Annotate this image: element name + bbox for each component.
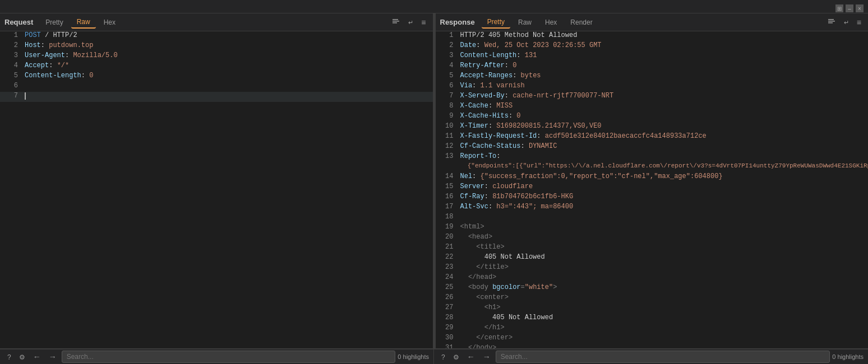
more-button-response[interactable]: ≡ [855,17,864,28]
resp-line-25: 25 <body bgcolor="white"> [436,283,869,293]
request-panel: Request Pretty Raw Hex ↵ ≡ [0,13,433,348]
wrap-icon-response [827,17,836,26]
tab-pretty-request[interactable]: Pretty [40,17,68,28]
resp-line-13b: {"endpoints":[{"url":"https:\/\/a.nel.cl… [436,162,869,172]
more-button-request[interactable]: ≡ [419,17,428,28]
newline-button-response[interactable]: ↵ [842,17,851,27]
resp-line-2: 2 Date: Wed, 25 Oct 2023 02:26:55 GMT [436,41,869,52]
svg-rect-4 [828,21,835,22]
resp-line-30: 30 </center> [436,334,869,344]
more-icon-response: ≡ [857,18,861,27]
resp-line-21: 21 <title> [436,243,869,253]
highlights-badge-left: 0 highlights [398,353,429,360]
wrap-button-request[interactable] [389,16,403,29]
resp-line-11: 11 X-Fastly-Request-Id: acdf501e312e8401… [436,132,869,142]
grid-button[interactable]: ⊞ [835,4,843,12]
settings-button-left[interactable]: ⚙ [16,351,28,362]
help-button-right[interactable]: ? [438,351,448,362]
bottom-bar-left: ? ⚙ ← → 0 highlights [0,349,434,364]
resp-line-4: 4 Retry-After: 0 [436,62,869,72]
settings-icon-left: ⚙ [19,353,25,361]
resp-line-16: 16 Cf-Ray: 81b704762b6c1fb6-HKG [436,193,869,203]
response-toolbar-right: ↵ ≡ [825,16,864,29]
highlights-badge-right: 0 highlights [832,353,864,360]
tab-render-response[interactable]: Render [565,17,598,28]
resp-line-31: 31 </body> [436,344,869,348]
grid-icon: ⊞ [837,6,842,12]
tab-raw-response[interactable]: Raw [513,17,537,28]
settings-icon-right: ⚙ [453,353,459,361]
forward-icon-left: → [49,352,57,361]
close-button[interactable]: × [856,4,864,12]
wrap-button-response[interactable] [825,16,838,29]
minimize-button[interactable]: – [846,4,853,12]
forward-icon-right: → [483,352,491,361]
help-button-left[interactable]: ? [4,351,14,362]
resp-line-13a: 13 Report-To: [436,152,869,162]
request-line-6: 6 [0,82,433,92]
response-panel-header: Response Pretty Raw Hex Render ↵ ≡ [436,13,869,31]
resp-line-9: 9 X-Cache-Hits: 0 [436,112,869,122]
svg-rect-1 [393,21,399,22]
resp-line-12: 12 Cf-Cache-Status: DYNAMIC [436,142,869,152]
response-title: Response [440,18,475,26]
request-code-area[interactable]: 1 POST / HTTP/2 2 Host: putdown.top 3 Us… [0,31,433,348]
bottom-bar: ? ⚙ ← → 0 highlights ? ⚙ ← → 0 highlight… [0,348,868,364]
back-button-right[interactable]: ← [464,351,478,362]
wrap-icon-request [391,17,400,26]
resp-line-20: 20 <head> [436,233,869,243]
request-toolbar-right: ↵ ≡ [389,16,428,29]
back-button-left[interactable]: ← [30,351,44,362]
resp-line-1: 1 HTTP/2 405 Method Not Allowed [436,31,869,41]
resp-line-6: 6 Via: 1.1 varnish [436,82,869,92]
resp-line-29: 29 </h1> [436,324,869,334]
help-icon-left: ? [7,353,11,361]
resp-line-3: 3 Content-Length: 131 [436,52,869,62]
main-container: Request Pretty Raw Hex ↵ ≡ [0,13,868,348]
resp-line-19: 19 <html> [436,223,869,233]
svg-rect-0 [393,19,398,20]
svg-rect-3 [828,19,834,20]
request-line-4: 4 Accept: */* [0,62,433,72]
minimize-icon: – [848,6,851,12]
resp-line-7: 7 X-Served-By: cache-nrt-rjtf7700077-NRT [436,92,869,102]
back-icon-right: ← [467,352,475,361]
help-icon-right: ? [441,353,445,361]
tab-hex-response[interactable]: Hex [539,17,562,28]
forward-button-left[interactable]: → [46,351,59,362]
settings-button-right[interactable]: ⚙ [450,351,462,362]
resp-line-23: 23 </title> [436,263,869,273]
resp-line-24: 24 </head> [436,273,869,283]
search-input-right[interactable] [496,351,830,363]
request-line-7: 7 [0,92,433,102]
resp-line-14: 14 Nel: {"success_fraction":0,"report_to… [436,172,869,183]
bottom-bar-right: ? ⚙ ← → 0 highlights [434,349,868,364]
request-title: Request [4,18,33,26]
newline-icon-request: ↵ [408,19,413,26]
tab-raw-request[interactable]: Raw [71,16,96,29]
search-input-left[interactable] [62,351,396,363]
svg-rect-5 [828,22,833,24]
tab-pretty-response[interactable]: Pretty [482,16,510,29]
resp-line-26: 26 <center> [436,293,869,304]
top-bar: ⊞ – × [0,0,868,13]
resp-line-17: 17 Alt-Svc: h3=":443"; ma=86400 [436,203,869,213]
resp-line-18: 18 [436,213,869,223]
request-line-3: 3 User-Agent: Mozilla/5.0 [0,52,433,62]
response-panel: Response Pretty Raw Hex Render ↵ ≡ [436,13,869,348]
window-controls: ⊞ – × [835,4,864,12]
resp-line-5: 5 Accept-Ranges: bytes [436,72,869,82]
svg-rect-2 [393,22,397,24]
newline-icon-response: ↵ [844,19,849,26]
resp-line-15: 15 Server: cloudflare [436,183,869,193]
more-icon-request: ≡ [421,18,426,27]
request-panel-header: Request Pretty Raw Hex ↵ ≡ [0,13,433,31]
response-code-area[interactable]: 1 HTTP/2 405 Method Not Allowed 2 Date: … [436,31,869,348]
request-line-5: 5 Content-Length: 0 [0,72,433,82]
newline-button-request[interactable]: ↵ [406,17,415,27]
forward-button-right[interactable]: → [480,351,493,362]
tab-hex-request[interactable]: Hex [98,17,121,28]
resp-line-22: 22 405 Not Allowed [436,253,869,263]
resp-line-10: 10 X-Timer: S1698200815.214377,VS0,VE0 [436,122,869,132]
resp-line-28: 28 405 Not Allowed [436,314,869,324]
